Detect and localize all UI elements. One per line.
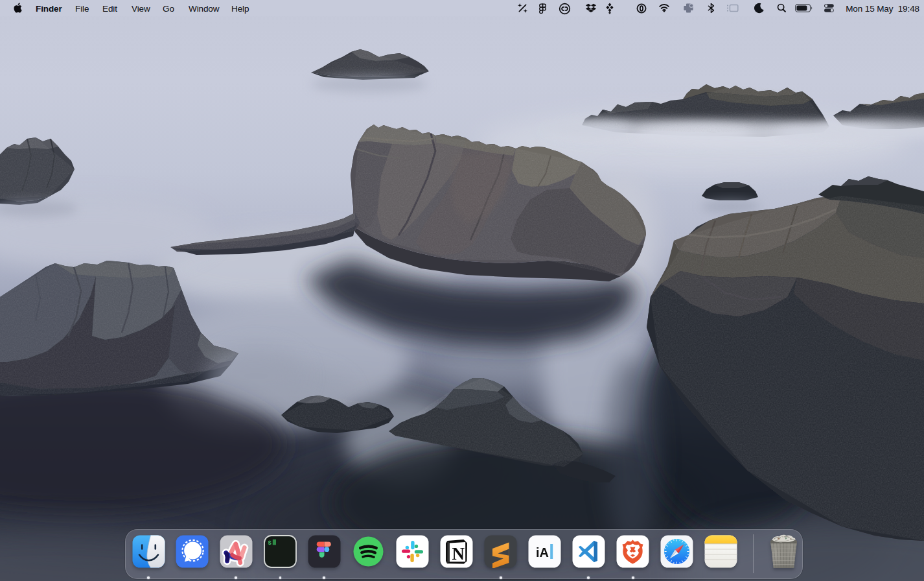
- svg-text:iA: iA: [536, 545, 549, 560]
- svg-text:N: N: [452, 544, 465, 563]
- svg-text:$: $: [268, 540, 272, 547]
